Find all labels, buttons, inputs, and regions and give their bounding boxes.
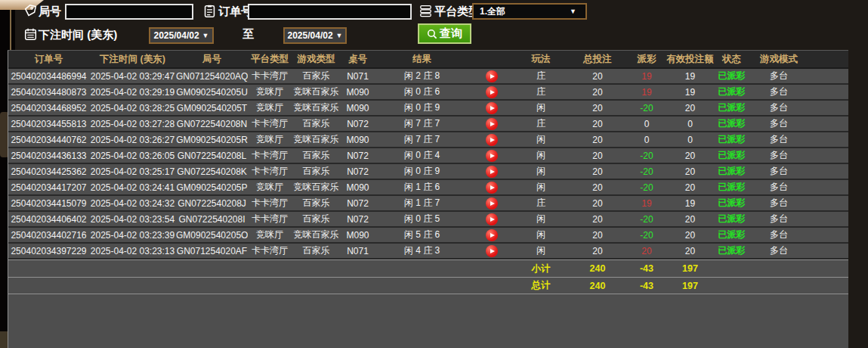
chevron-down-icon: ▼ [336,32,343,39]
status-cell: 已派彩 [715,212,749,228]
round-cell: GM0902540205P [176,180,248,196]
summary-label: 小计 [514,259,567,277]
result-cell: 闲 0 庄 9 [375,164,469,180]
background-tab-shape [0,0,44,10]
play-icon[interactable] [486,182,498,194]
query-button[interactable]: 查询 [418,23,471,44]
summary-empty-cell [341,277,375,294]
summary-empty-cell [176,259,248,277]
round-cell: GN0722540208I [176,212,248,228]
play-type-cell: 闲 [514,212,567,228]
table-cell: N072 [341,148,375,164]
mode-cell: 多台 [749,69,809,85]
column-header-14 [809,51,848,69]
play-cell [469,196,514,212]
result-cell: 闲 0 庄 6 [375,85,469,101]
date-from-select[interactable]: 2025/04/02 ▼ [149,27,214,44]
play-icon[interactable] [486,70,498,82]
total-bet-cell: 20 [567,148,628,164]
status-cell: 已派彩 [715,164,749,180]
platform-cell: 竞咪厅 [248,228,292,244]
round-cell: GN071254020AF [176,244,248,259]
order-cell: 250402034425362 [8,164,89,180]
filler-cell [809,212,848,228]
play-icon[interactable] [486,213,498,225]
round-input[interactable] [65,4,193,20]
table-cell: N072 [341,212,375,228]
play-icon[interactable] [486,86,498,98]
play-type-cell: 庄 [514,69,567,85]
total-bet-cell: 20 [567,164,628,180]
bet-time-label: 下注时间 (美东) [39,28,117,42]
play-icon[interactable] [486,134,498,146]
result-cell: 闲 2 庄 8 [375,69,469,85]
mode-cell: 多台 [749,101,809,117]
filler-cell [809,117,848,132]
table-row: 2504020344172072025-04-02 03:24:41GM0902… [8,180,848,196]
play-icon[interactable] [486,229,498,241]
play-cell [469,164,514,180]
order-cell: 250402034468952 [8,101,89,117]
total-bet-cell: 20 [567,117,628,132]
play-type-cell: 闲 [514,180,567,196]
time-cell: 2025-04-02 03:28:25 [89,101,176,117]
platform-cell: 卡卡湾厅 [248,164,292,180]
summary-total-bet: 240 [567,259,628,277]
play-cell [469,132,514,148]
platform-cell: 卡卡湾厅 [248,117,292,132]
summary-payout: -43 [628,259,666,277]
round-cell: GN0722540208L [176,148,248,164]
time-cell: 2025-04-02 03:23:54 [89,212,176,228]
round-cell: GN0722540208J [176,196,248,212]
payout-cell: -20 [628,164,666,180]
result-cell: 闲 5 庄 6 [375,228,469,244]
result-cell: 闲 1 庄 6 [375,180,469,196]
summary-empty-cell [341,259,375,277]
play-cell [469,148,514,164]
order-input[interactable] [248,4,412,20]
status-cell: 已派彩 [715,244,749,259]
valid-bet-cell: 20 [666,101,715,117]
column-header-6: 结果 [375,51,469,69]
round-cell: GN0722540208K [176,164,248,180]
column-header-5: 桌号 [341,51,375,69]
mode-cell: 多台 [749,228,809,244]
payout-cell: 19 [628,69,666,85]
mode-cell: 多台 [749,212,809,228]
play-cell [469,101,514,117]
status-cell: 已派彩 [715,85,749,101]
platform-cell: 竞咪厅 [248,101,292,117]
summary-empty-cell [749,277,809,294]
payout-cell: -20 [628,228,666,244]
play-type-cell: 闲 [514,228,567,244]
column-header-9: 总投注 [567,51,628,69]
table-cell: N072 [341,164,375,180]
game-cell: 百家乐 [292,148,341,164]
platform-select[interactable]: 1.全部 ▼ [472,3,587,20]
order-cell: 250402034440762 [8,132,89,148]
date-to-select[interactable]: 2025/04/02 ▼ [283,27,347,44]
play-icon[interactable] [486,166,498,178]
summary-empty-cell [248,259,292,277]
game-cell: 竞咪百家乐 [292,132,341,148]
play-icon[interactable] [486,245,498,257]
summary-empty-cell [809,277,848,294]
play-icon[interactable] [486,118,498,130]
time-cell: 2025-04-02 03:26:05 [89,148,176,164]
filler-cell [809,101,848,117]
summary-empty-cell [176,277,248,294]
table-row: 2504020344027162025-04-02 03:23:39GM0902… [8,228,848,244]
play-icon[interactable] [486,150,498,162]
play-icon[interactable] [486,197,498,210]
valid-bet-cell: 20 [666,212,715,228]
to-label: 至 [242,27,254,42]
time-cell: 2025-04-02 03:26:27 [89,132,176,148]
summary-empty-cell [375,259,469,277]
valid-bet-cell: 19 [666,85,715,101]
clipboard-icon [203,5,216,17]
game-cell: 百家乐 [292,212,341,228]
play-icon[interactable] [486,102,498,114]
summary-valid-bet: 197 [666,277,715,294]
filler-cell [809,180,848,196]
tag-icon [24,5,37,17]
